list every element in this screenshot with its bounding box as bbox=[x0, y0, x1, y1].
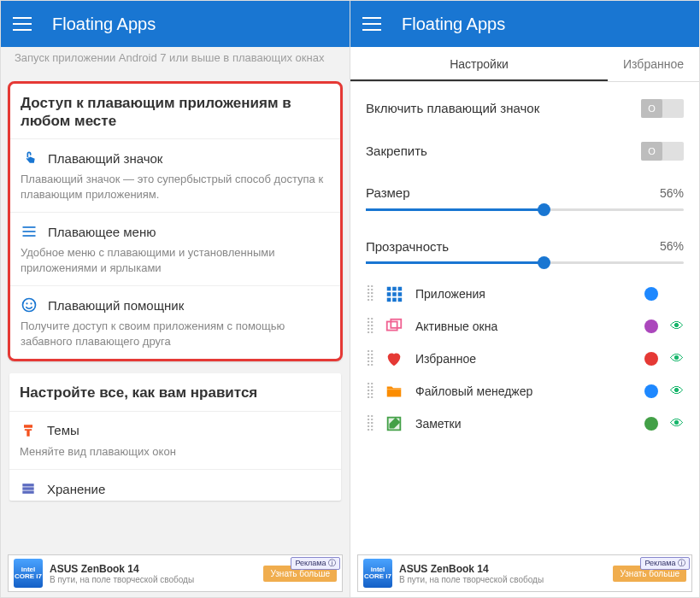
ad-banner[interactable]: intel CORE i7 ASUS ZenBook 14 В пути, на… bbox=[357, 554, 692, 592]
list-item[interactable]: ⠿⠿Заметки👁 bbox=[350, 407, 699, 440]
svg-rect-8 bbox=[22, 491, 33, 494]
hamburger-icon[interactable] bbox=[362, 17, 381, 31]
setting-enable-icon[interactable]: Включить плавающий значок O bbox=[350, 87, 699, 130]
slider-opacity-label: Прозрачность bbox=[366, 238, 449, 255]
svg-rect-16 bbox=[392, 298, 397, 302]
list-item[interactable]: ⠿⠿Файловый менеджер👁 bbox=[350, 375, 699, 407]
tab-favorites[interactable]: Избранное bbox=[608, 47, 699, 81]
color-dot[interactable] bbox=[644, 417, 658, 431]
section-access: Доступ к плавающим приложениям в любом м… bbox=[8, 81, 343, 362]
row-floating-icon-label: Плавающий значок bbox=[48, 151, 162, 166]
slider-size-label: Размер bbox=[366, 185, 410, 202]
item-list: ⠿⠿Приложения⠿⠿Активные окна👁⠿⠿Избранное👁… bbox=[350, 274, 699, 488]
color-dot[interactable] bbox=[644, 287, 658, 301]
svg-rect-19 bbox=[391, 320, 401, 328]
slider-size-value: 56% bbox=[660, 186, 684, 200]
eye-icon[interactable]: 👁 bbox=[670, 319, 684, 334]
ad-title: ASUS ZenBook 14 bbox=[399, 563, 606, 575]
ad-sub: В пути, на поле творческой свободы bbox=[50, 575, 256, 584]
item-label: Избранное bbox=[415, 352, 632, 366]
app-title: Floating Apps bbox=[402, 15, 505, 34]
drag-handle-icon[interactable]: ⠿⠿ bbox=[366, 417, 373, 431]
app-title: Floating Apps bbox=[52, 15, 156, 34]
row-storage[interactable]: Хранение bbox=[9, 469, 341, 501]
touch-icon bbox=[21, 150, 38, 167]
row-storage-label: Хранение bbox=[47, 482, 105, 496]
svg-rect-12 bbox=[387, 292, 391, 296]
color-dot[interactable] bbox=[644, 320, 658, 333]
color-dot[interactable] bbox=[644, 352, 658, 366]
svg-rect-2 bbox=[23, 235, 36, 237]
menu-lines-icon bbox=[21, 223, 38, 240]
drag-handle-icon[interactable]: ⠿⠿ bbox=[366, 384, 373, 399]
row-floating-helper-desc: Получите доступ к своим приложениям с по… bbox=[21, 319, 330, 349]
slider-thumb[interactable] bbox=[538, 203, 550, 216]
list-item[interactable]: ⠿⠿Активные окна👁 bbox=[350, 310, 699, 343]
screenshot-left: Floating Apps Запуск приложении Android … bbox=[1, 1, 350, 597]
drag-handle-icon[interactable]: ⠿⠿ bbox=[366, 287, 373, 302]
svg-rect-18 bbox=[387, 322, 397, 331]
list-item[interactable]: ⠿⠿Избранное👁 bbox=[350, 343, 699, 375]
item-icon bbox=[385, 317, 403, 336]
item-icon bbox=[385, 284, 403, 303]
section-access-title: Доступ к плавающим приложениям в любом м… bbox=[10, 84, 340, 139]
tabs: Настройки Избранное bbox=[350, 47, 699, 82]
eye-icon[interactable]: 👁 bbox=[670, 384, 684, 399]
slider-opacity-value: 56% bbox=[660, 239, 684, 253]
item-label: Активные окна bbox=[415, 320, 632, 333]
slider-opacity[interactable] bbox=[366, 261, 684, 264]
svg-rect-1 bbox=[23, 231, 36, 232]
row-themes-desc: Меняйте вид плавающих окон bbox=[20, 444, 331, 460]
row-floating-helper[interactable]: Плавающий помощник Получите доступ к сво… bbox=[10, 285, 340, 359]
row-themes-label: Темы bbox=[47, 423, 79, 437]
row-floating-menu-desc: Удобное меню с плавающими и установленны… bbox=[21, 245, 330, 275]
row-floating-icon[interactable]: Плавающий значок Плавающий значок — это … bbox=[10, 138, 340, 212]
section-customize: Настройте все, как вам нравится Темы Мен… bbox=[9, 373, 341, 501]
row-floating-helper-label: Плавающий помощник bbox=[48, 298, 184, 313]
storage-icon bbox=[20, 480, 37, 497]
item-icon bbox=[385, 382, 403, 401]
toggle-knob: O bbox=[641, 99, 662, 118]
item-label: Заметки bbox=[415, 417, 632, 431]
ad-tag: Реклама ⓘ bbox=[291, 557, 340, 570]
setting-pin[interactable]: Закрепить O bbox=[350, 130, 699, 173]
svg-point-5 bbox=[30, 302, 32, 304]
ad-chip: intel CORE i7 bbox=[363, 559, 392, 588]
item-icon bbox=[385, 414, 403, 433]
paint-icon bbox=[20, 422, 37, 439]
appbar: Floating Apps bbox=[350, 1, 699, 47]
svg-rect-9 bbox=[387, 287, 391, 291]
toggle-knob: O bbox=[641, 142, 662, 161]
ad-sub: В пути, на поле творческой свободы bbox=[399, 575, 606, 584]
item-label: Приложения bbox=[415, 287, 632, 301]
svg-rect-11 bbox=[398, 287, 403, 291]
svg-rect-14 bbox=[398, 292, 403, 296]
content-right: Настройки Избранное Включить плавающий з… bbox=[350, 47, 699, 597]
row-floating-menu[interactable]: Плавающее меню Удобное меню с плавающими… bbox=[10, 212, 340, 285]
eye-icon[interactable]: 👁 bbox=[670, 351, 684, 366]
slider-thumb[interactable] bbox=[538, 256, 550, 269]
content-left: Запуск приложении Android 7 или выше в п… bbox=[1, 47, 350, 597]
toggle-enable-icon[interactable]: O bbox=[641, 99, 684, 118]
drag-handle-icon[interactable]: ⠿⠿ bbox=[366, 352, 373, 366]
ad-chip: intel CORE i7 bbox=[14, 559, 43, 588]
row-themes[interactable]: Темы Меняйте вид плавающих окон bbox=[9, 411, 341, 470]
drag-handle-icon[interactable]: ⠿⠿ bbox=[366, 320, 373, 334]
svg-rect-17 bbox=[398, 298, 403, 302]
svg-rect-7 bbox=[22, 487, 33, 490]
color-dot[interactable] bbox=[644, 384, 658, 398]
setting-pin-label: Закрепить bbox=[366, 143, 427, 160]
face-icon bbox=[21, 296, 38, 314]
tab-settings[interactable]: Настройки bbox=[350, 47, 608, 81]
slider-size[interactable] bbox=[366, 208, 684, 211]
svg-rect-0 bbox=[23, 226, 36, 228]
svg-rect-13 bbox=[392, 292, 397, 296]
section-customize-title: Настройте все, как вам нравится bbox=[9, 373, 341, 410]
list-item[interactable]: ⠿⠿Приложения bbox=[350, 278, 699, 310]
eye-icon[interactable]: 👁 bbox=[670, 416, 684, 431]
appbar: Floating Apps bbox=[1, 1, 350, 47]
hamburger-icon[interactable] bbox=[13, 17, 32, 31]
toggle-pin[interactable]: O bbox=[641, 142, 684, 161]
setting-enable-icon-label: Включить плавающий значок bbox=[366, 100, 539, 117]
ad-banner[interactable]: intel CORE i7 ASUS ZenBook 14 В пути, на… bbox=[8, 554, 343, 592]
